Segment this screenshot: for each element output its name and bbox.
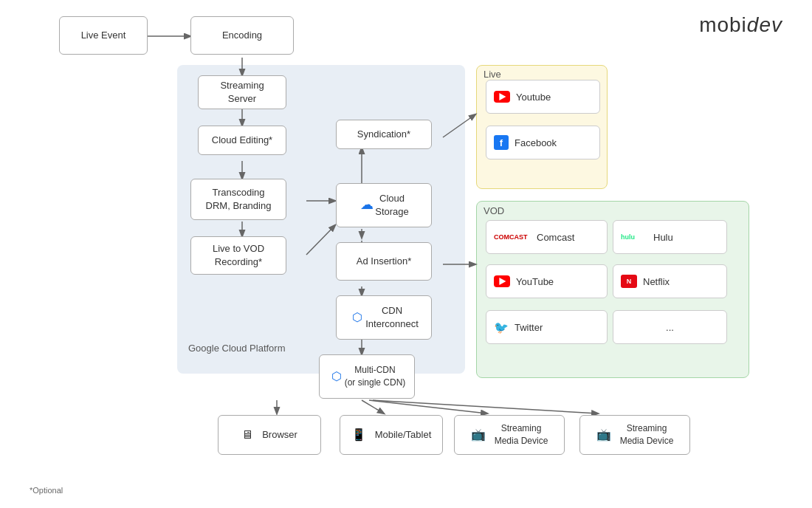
- youtube-vod-icon: [494, 275, 510, 287]
- facebook-box: f Facebook: [486, 126, 600, 159]
- footnote: *Optional: [30, 486, 63, 495]
- svg-line-15: [362, 400, 384, 413]
- multi-cdn-box: ⬡ Multi-CDN (or single CDN): [319, 354, 415, 399]
- youtube-icon: [494, 91, 510, 103]
- hulu-icon: hulu: [621, 231, 647, 243]
- gcp-label: Google Cloud Platform: [188, 343, 286, 354]
- syndication-box: Syndication*: [336, 120, 432, 149]
- cloud-icon: ☁: [359, 197, 375, 213]
- cloud-editing-box: Cloud Editing*: [198, 126, 286, 155]
- twitter-icon: 🐦: [494, 320, 509, 334]
- browser-device-box: 🖥 Browser: [218, 415, 321, 455]
- hulu-box: hulu Hulu: [613, 220, 727, 254]
- cloud-storage-box: ☁ Cloud Storage: [336, 183, 432, 227]
- cdn-icon: ⬡: [349, 309, 365, 326]
- browser-icon: 🖥: [241, 427, 253, 443]
- svg-line-17: [373, 400, 598, 413]
- comcast-icon: COMCAST: [494, 231, 531, 243]
- streaming-server-box: Streaming Server: [198, 75, 286, 109]
- live-label: Live: [484, 69, 501, 80]
- svg-line-16: [369, 400, 487, 413]
- netflix-icon: N: [621, 275, 637, 288]
- twitter-box: 🐦 Twitter: [486, 310, 608, 344]
- vod-label: VOD: [484, 205, 504, 216]
- facebook-icon: f: [494, 135, 509, 150]
- streaming-icon-1: 📺: [471, 427, 486, 443]
- tv-icon: 📺: [596, 427, 611, 443]
- comcast-box: COMCAST Comcast: [486, 220, 608, 254]
- more-services-box: ...: [613, 310, 727, 344]
- logo: mobidev: [699, 13, 782, 37]
- live-to-vod-box: Live to VOD Recording*: [190, 236, 286, 275]
- youtube-live-box: Youtube: [486, 80, 600, 114]
- transcoding-box: Transcoding DRM, Branding: [190, 179, 286, 220]
- encoding-box: Encoding: [190, 16, 294, 55]
- live-event-box: Live Event: [59, 16, 148, 55]
- youtube-vod-box: YouTube: [486, 264, 608, 298]
- mobile-icon: 📱: [351, 427, 366, 443]
- netflix-box: N Netflix: [613, 264, 727, 298]
- ad-insertion-box: Ad Insertion*: [336, 242, 432, 281]
- streaming-device-box-2: 📺 Streaming Media Device: [579, 415, 690, 455]
- streaming-device-box-1: 📺 Streaming Media Device: [454, 415, 565, 455]
- multi-cdn-icon: ⬡: [328, 368, 345, 385]
- mobile-device-box: 📱 Mobile/Tablet: [340, 415, 443, 455]
- cdn-interconnect-box: ⬡ CDN Interconnect: [336, 295, 432, 340]
- diagram-container: mobidev Google Cloud Platform Live VOD: [0, 0, 812, 508]
